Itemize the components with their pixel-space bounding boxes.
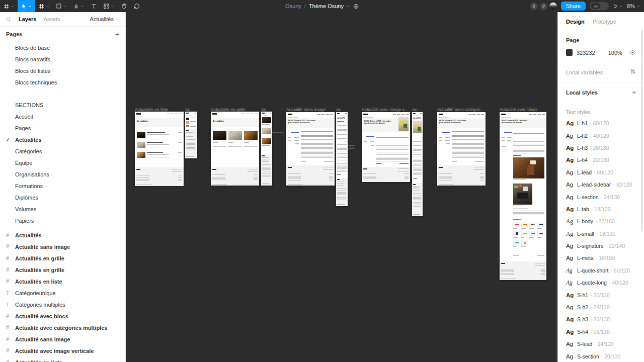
page-item[interactable]: Blocs techniques xyxy=(0,76,125,88)
canvas[interactable]: Actualités en liste Ac... Actualités en … xyxy=(126,12,557,362)
layer-item[interactable]: #Actualités en liste xyxy=(0,276,125,287)
layer-item[interactable]: #Actualité avec blocs xyxy=(0,310,125,322)
text-style-item[interactable]: AgL-h2· 40/120 xyxy=(558,129,644,141)
text-style-item[interactable]: AgS-h3· 20/130 xyxy=(558,313,644,325)
text-style-item[interactable]: AgL-quote-short· 60/120 xyxy=(558,264,644,277)
visibility-toggle[interactable] xyxy=(629,50,636,56)
text-style-item[interactable]: AgL-signature· 22/140 xyxy=(558,240,644,252)
page-item[interactable]: Organisations xyxy=(0,168,125,180)
file-name[interactable]: Thème Osuny xyxy=(309,3,344,9)
local-variables-section[interactable]: Local variables xyxy=(558,62,644,82)
frame-title[interactable]: Actualité avec image v... xyxy=(362,107,408,112)
text-style-item[interactable]: AgL-lead-sidebar· 32/120 xyxy=(558,178,644,191)
frame-title[interactable]: Ac... xyxy=(336,107,345,112)
page-item[interactable]: Catégories xyxy=(0,145,125,157)
text-style-item[interactable]: AgS-h4· 16/130 xyxy=(558,326,644,338)
zoom-control[interactable]: 8% xyxy=(627,3,640,9)
add-style-button[interactable]: + xyxy=(632,88,636,96)
project-name[interactable]: Osuny xyxy=(285,3,301,9)
layer-item[interactable]: #Actualités en grille xyxy=(0,252,125,264)
page-item[interactable]: Équipe xyxy=(0,157,125,168)
comment-tool-button[interactable] xyxy=(130,0,143,12)
text-style-item[interactable]: AgS-h1· 30/120 xyxy=(558,289,644,301)
frame-actualites-en-liste[interactable]: Actualités xyxy=(135,112,184,186)
layer-item[interactable]: #Actualités xyxy=(0,229,125,241)
dev-mode-toggle[interactable]: </> xyxy=(590,2,609,10)
page-item[interactable]: Pages xyxy=(0,122,125,134)
page-color-hex[interactable]: 323232 xyxy=(577,50,595,56)
page-item[interactable]: Blocs narratifs xyxy=(0,53,125,65)
text-style-item[interactable]: AgL-quote-long· 40/120 xyxy=(558,277,644,289)
frame-actualites-en-grille-mobile[interactable]: Actualités xyxy=(261,112,272,186)
variables-icon[interactable] xyxy=(630,68,636,76)
text-style-item[interactable]: AgL-tab· 18/130 xyxy=(558,203,644,215)
text-style-item[interactable]: AgL-h4· 22/130 xyxy=(558,154,644,166)
text-style-item[interactable]: AgS-lead· 24/120 xyxy=(558,338,644,350)
text-style-item[interactable]: AgL-small· 18/130 xyxy=(558,228,644,240)
text-style-item[interactable]: AgS-h2· 24/120 xyxy=(558,301,644,313)
page-item[interactable]: Papiers xyxy=(0,215,125,226)
frame-actualite-avec-image-verticale[interactable]: MOOC Entrer à l'IUT : les codes pour boo… xyxy=(362,112,410,182)
page-item[interactable]: Volumes xyxy=(0,203,125,215)
frame-actualite-sans-image-mobile[interactable]: MOOC Entrer à l'IUT : les codes pour boo… xyxy=(336,112,348,206)
pen-tool-button[interactable] xyxy=(70,0,88,12)
hand-tool-button[interactable] xyxy=(118,0,130,12)
text-style-item[interactable]: AgL-section· 24/130 xyxy=(558,191,644,203)
page-item[interactable]: Blocs de base xyxy=(0,42,125,53)
frame-title[interactable]: Actualité avec blocs xyxy=(500,107,537,112)
frame-actualite-sans-image[interactable]: MOOC Entrer à l'IUT : les codes pour boo… xyxy=(286,112,335,186)
text-style-item[interactable]: AgL-body· 22/160 xyxy=(558,215,644,227)
frame-actualites-en-grille[interactable]: Actualités xyxy=(211,112,259,186)
tab-design[interactable]: Design xyxy=(566,19,585,25)
panel-scrollbar[interactable] xyxy=(641,30,643,231)
add-page-button[interactable]: + xyxy=(115,30,119,38)
page-item[interactable]: Diplômes xyxy=(0,192,125,203)
share-button[interactable]: Share xyxy=(561,2,586,11)
search-icon[interactable] xyxy=(6,17,12,22)
layer-item[interactable]: TCatégorieunique xyxy=(0,287,125,299)
file-breadcrumb[interactable]: Osuny / Thème Osuny xyxy=(285,0,359,12)
layer-item[interactable]: #Actualité avec catégories multiples xyxy=(0,322,125,333)
layer-item[interactable]: #Actualité sans image xyxy=(0,333,125,345)
move-tool-button[interactable] xyxy=(18,0,35,12)
layer-item[interactable]: #Actualités en liste xyxy=(0,356,125,362)
layer-item[interactable]: #Actualité sans image xyxy=(0,241,125,252)
text-tool-button[interactable] xyxy=(88,0,100,12)
text-style-item[interactable]: AgL-lead· 60/120 xyxy=(558,166,644,178)
collaborator-avatar[interactable]: 6 xyxy=(530,3,538,10)
page-item[interactable]: Formations xyxy=(0,180,125,192)
text-style-item[interactable]: AgS-section· 20/130 xyxy=(558,350,644,362)
layer-item[interactable]: #Actualité avec image verticale xyxy=(0,345,125,356)
tab-layers[interactable]: Layers xyxy=(19,16,36,22)
frame-title[interactable]: Ac... xyxy=(412,107,421,112)
layer-item[interactable]: TCatégories multiples xyxy=(0,299,125,310)
page-item[interactable]: Accueil xyxy=(0,111,125,122)
text-style-item[interactable]: AgL-h1· 60/120 xyxy=(558,117,644,129)
chevron-down-icon[interactable] xyxy=(347,5,350,8)
page-color-opacity[interactable]: 100% xyxy=(608,50,622,56)
text-style-item[interactable]: AgL-meta· 16/150 xyxy=(558,252,644,264)
local-styles-section[interactable]: Local styles + xyxy=(558,82,644,102)
main-menu-button[interactable] xyxy=(0,0,18,12)
frame-actualites-en-liste-mobile[interactable]: Actualités xyxy=(185,112,197,158)
text-style-item[interactable]: AgL-h3· 28/130 xyxy=(558,142,644,154)
frame-actualite-avec-blocs[interactable]: MOOC Entrer à l'IUT : les codes pour boo… xyxy=(500,112,546,280)
chevron-down-icon[interactable] xyxy=(619,5,623,8)
page-item[interactable]: Blocs de listes xyxy=(0,65,125,76)
resources-tool-button[interactable] xyxy=(100,0,118,12)
layer-item[interactable]: #Actualités en grille xyxy=(0,264,125,276)
collaborator-avatar[interactable]: ∂ xyxy=(540,3,547,10)
frame-actualite-avec-categories-multiples[interactable]: MOOC Entrer à l'IUT : les codes pour boo… xyxy=(437,112,486,186)
user-avatar[interactable] xyxy=(549,3,557,10)
frame-title[interactable]: Actualité sans image xyxy=(286,107,326,112)
tab-prototype[interactable]: Prototype xyxy=(593,19,616,25)
shape-tool-button[interactable] xyxy=(53,0,70,12)
present-button[interactable] xyxy=(613,4,623,9)
frame-actualite-avec-image-verticale-mobile[interactable]: MOOC Entrer à l'IUT : les codes pour boo… xyxy=(412,112,423,216)
tab-assets[interactable]: Assets xyxy=(43,16,60,22)
page-color-swatch[interactable] xyxy=(566,49,573,56)
frame-title[interactable]: Actualité avec catégori... xyxy=(437,107,484,112)
current-page-selector[interactable]: Actualités xyxy=(90,16,119,22)
page-item-selected[interactable]: ✓ Actualités xyxy=(0,134,125,145)
frame-tool-button[interactable] xyxy=(35,0,53,12)
